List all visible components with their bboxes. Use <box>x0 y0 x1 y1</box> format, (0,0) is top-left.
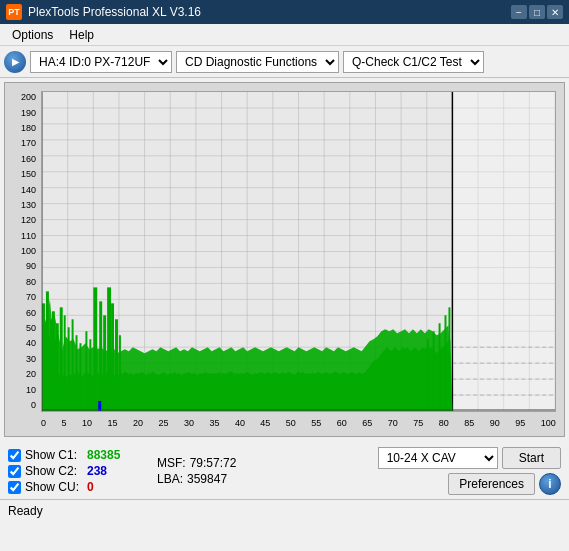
c1-label: Show C1: <box>25 448 83 462</box>
minimize-button[interactable]: − <box>511 5 527 19</box>
status-text: Ready <box>8 504 43 518</box>
maximize-button[interactable]: □ <box>529 5 545 19</box>
msf-label: MSF: <box>157 456 186 470</box>
c2-row: Show C2: 238 <box>8 464 137 478</box>
device-icon: ▶ <box>4 51 26 73</box>
svg-rect-63 <box>103 315 106 411</box>
x-label-85: 85 <box>464 418 474 428</box>
svg-rect-53 <box>64 315 66 411</box>
test-select[interactable]: Q-Check C1/C2 Test <box>343 51 484 73</box>
preferences-button[interactable]: Preferences <box>448 473 535 495</box>
svg-rect-64 <box>107 287 111 411</box>
svg-rect-65 <box>111 303 114 411</box>
show-c1-checkbox[interactable] <box>8 449 21 462</box>
y-axis: 0 10 20 30 40 50 60 70 80 90 100 110 120… <box>5 91 41 412</box>
y-label-0: 0 <box>7 401 39 410</box>
chart-inner <box>41 91 556 412</box>
window-title: PlexTools Professional XL V3.16 <box>28 5 201 19</box>
c1-spikes <box>42 287 121 411</box>
right-controls: 10-24 X CAV 8-20 X CAV 4-12 X CAV Start … <box>378 447 561 495</box>
y-label-90: 90 <box>7 262 39 271</box>
x-label-30: 30 <box>184 418 194 428</box>
x-label-95: 95 <box>515 418 525 428</box>
y-label-170: 170 <box>7 139 39 148</box>
y-label-10: 10 <box>7 386 39 395</box>
y-label-20: 20 <box>7 370 39 379</box>
bottom-panel: Show C1: 88385 Show C2: 238 Show CU: 0 M… <box>0 441 569 499</box>
y-label-50: 50 <box>7 324 39 333</box>
x-label-75: 75 <box>413 418 423 428</box>
svg-rect-48 <box>46 291 49 411</box>
device-select[interactable]: HA:4 ID:0 PX-712UF <box>30 51 172 73</box>
cu-label: Show CU: <box>25 480 83 494</box>
svg-rect-69 <box>433 331 435 411</box>
svg-rect-56 <box>76 335 78 411</box>
y-label-70: 70 <box>7 293 39 302</box>
c2-label: Show C2: <box>25 464 83 478</box>
svg-rect-68 <box>427 339 429 411</box>
x-label-65: 65 <box>362 418 372 428</box>
y-label-80: 80 <box>7 278 39 287</box>
x-label-10: 10 <box>82 418 92 428</box>
title-bar: PT PlexTools Professional XL V3.16 − □ ✕ <box>0 0 569 24</box>
cu-row: Show CU: 0 <box>8 480 137 494</box>
y-label-180: 180 <box>7 124 39 133</box>
y-label-160: 160 <box>7 155 39 164</box>
app-icon: PT <box>6 4 22 20</box>
y-label-100: 100 <box>7 247 39 256</box>
svg-rect-55 <box>72 319 74 411</box>
x-label-40: 40 <box>235 418 245 428</box>
c2-value: 238 <box>87 464 137 478</box>
y-label-190: 190 <box>7 109 39 118</box>
checkbox-group: Show C1: 88385 Show C2: 238 Show CU: 0 <box>8 448 137 494</box>
svg-rect-67 <box>119 335 121 411</box>
menu-bar: Options Help <box>0 24 569 46</box>
svg-rect-66 <box>115 319 118 411</box>
y-label-40: 40 <box>7 339 39 348</box>
x-label-80: 80 <box>439 418 449 428</box>
x-label-45: 45 <box>260 418 270 428</box>
menu-help[interactable]: Help <box>61 26 102 44</box>
svg-rect-62 <box>99 301 102 411</box>
c1-value: 88385 <box>87 448 137 462</box>
svg-rect-70 <box>439 323 441 411</box>
c1-row: Show C1: 88385 <box>8 448 137 462</box>
function-select[interactable]: CD Diagnostic Functions <box>176 51 339 73</box>
x-label-0: 0 <box>41 418 46 428</box>
svg-rect-57 <box>79 343 81 411</box>
show-cu-checkbox[interactable] <box>8 481 21 494</box>
y-label-130: 130 <box>7 201 39 210</box>
svg-rect-54 <box>68 327 70 411</box>
svg-rect-51 <box>56 323 59 411</box>
svg-rect-58 <box>85 331 87 411</box>
x-label-20: 20 <box>133 418 143 428</box>
status-bar: Ready <box>0 499 569 521</box>
x-label-50: 50 <box>286 418 296 428</box>
y-label-30: 30 <box>7 355 39 364</box>
svg-rect-50 <box>52 311 55 411</box>
svg-rect-59 <box>89 339 91 411</box>
x-label-15: 15 <box>107 418 117 428</box>
msf-lba-group: MSF: 79:57:72 LBA: 359847 <box>157 456 236 486</box>
btn-row: Preferences i <box>448 473 561 495</box>
title-bar-buttons: − □ ✕ <box>511 5 563 19</box>
x-label-100: 100 <box>541 418 556 428</box>
close-button[interactable]: ✕ <box>547 5 563 19</box>
x-label-55: 55 <box>311 418 321 428</box>
svg-rect-72 <box>448 307 450 411</box>
info-button[interactable]: i <box>539 473 561 495</box>
y-label-140: 140 <box>7 186 39 195</box>
start-button[interactable]: Start <box>502 447 561 469</box>
show-c2-checkbox[interactable] <box>8 465 21 478</box>
x-label-60: 60 <box>337 418 347 428</box>
menu-options[interactable]: Options <box>4 26 61 44</box>
speed-select[interactable]: 10-24 X CAV 8-20 X CAV 4-12 X CAV <box>378 447 498 469</box>
toolbar: ▶ HA:4 ID:0 PX-712UF CD Diagnostic Funct… <box>0 46 569 78</box>
x-label-5: 5 <box>61 418 66 428</box>
y-label-150: 150 <box>7 170 39 179</box>
y-label-120: 120 <box>7 216 39 225</box>
svg-rect-71 <box>445 315 447 411</box>
chart-svg <box>42 92 555 411</box>
lba-label: LBA: <box>157 472 183 486</box>
msf-row: MSF: 79:57:72 <box>157 456 236 470</box>
